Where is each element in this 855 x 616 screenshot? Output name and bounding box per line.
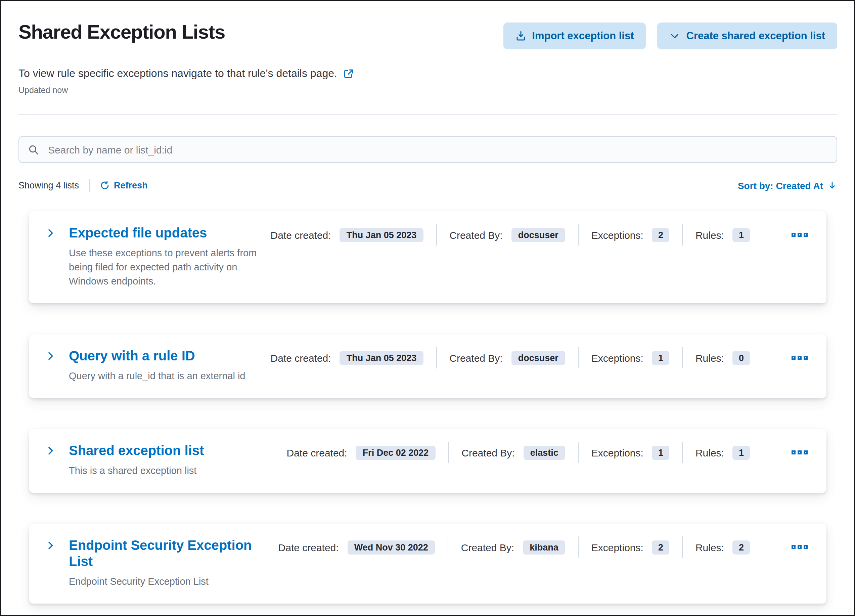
expand-card-button[interactable] [43,348,58,364]
chevron-right-icon [45,351,55,361]
card-menu-button[interactable] [789,542,811,552]
card-menu-button[interactable] [789,353,811,362]
boxes-horizontal-icon [804,233,808,237]
date-created-label: Date created: [271,352,331,363]
meta-divider [682,347,683,368]
meta-divider [763,347,763,368]
card-text: Expected file updates Use these exceptio… [69,225,271,288]
date-created-badge: Fri Dec 02 2022 [356,445,435,460]
boxes-horizontal-icon [798,233,801,237]
boxes-horizontal-icon [792,356,795,360]
expand-card-button[interactable] [43,225,58,241]
meta-divider [682,442,683,463]
exception-list-name-link[interactable]: Expected file updates [69,225,207,241]
create-shared-exception-list-button[interactable]: Create shared exception list [657,23,838,49]
meta-divider [447,536,448,558]
rules-label: Rules: [696,447,724,458]
boxes-horizontal-icon [804,356,808,360]
chevron-right-icon [45,541,55,550]
card-body: Expected file updates Use these exceptio… [69,225,811,288]
created-by-badge: docsuser [512,351,565,365]
date-created-label: Date created: [278,541,339,553]
boxes-horizontal-icon [798,356,801,360]
created-by-label: Created By: [449,352,503,363]
meta-divider [436,347,437,368]
rules-count-badge: 0 [733,351,750,365]
shared-exception-lists-page: Shared Exception Lists Import exception … [1,1,855,615]
refresh-button[interactable]: Refresh [100,180,148,190]
boxes-horizontal-icon [798,451,801,454]
chevron-right-icon [45,446,55,456]
meta-divider [763,536,763,558]
card-body: Shared exception list This is a shared e… [69,442,811,478]
meta-divider [578,536,579,558]
header-actions: Import exception list Create shared exce… [503,23,837,49]
rules-count-badge: 1 [733,228,750,242]
date-created-badge: Wed Nov 30 2022 [348,540,435,554]
exception-list-card: Expected file updates Use these exceptio… [29,211,826,303]
exceptions-count-badge: 1 [652,445,669,460]
last-updated-text: Updated now [18,86,837,95]
exception-list-name-link[interactable]: Shared exception list [69,442,204,458]
search-input[interactable] [47,143,828,156]
header-divider [18,114,837,115]
boxes-horizontal-icon [804,451,808,454]
card-body: Endpoint Security Exception List Endpoin… [69,537,811,589]
exception-list-description: This is a shared exception list [69,464,279,478]
refresh-icon [100,180,110,190]
exception-list: Expected file updates Use these exceptio… [18,211,837,604]
rules-label: Rules: [696,229,724,241]
page-header: Shared Exception Lists Import exception … [18,21,837,49]
subtitle-text: To view rule specific exceptions navigat… [18,67,337,80]
card-text: Query with a rule ID Query with a rule_i… [69,348,271,383]
showing-count: Showing 4 lists [18,180,79,190]
exceptions-label: Exceptions: [591,229,644,241]
meta-divider [436,224,437,245]
boxes-horizontal-icon [792,233,795,237]
expand-card-button[interactable] [43,443,58,458]
import-button-label: Import exception list [532,30,634,42]
create-button-label: Create shared exception list [686,30,826,42]
exception-list-name-link[interactable]: Query with a rule ID [69,348,195,364]
exception-list-name-link[interactable]: Endpoint Security Exception List [69,537,270,569]
toolbar-divider [89,179,90,192]
exception-list-description: Use these exceptions to prevent alerts f… [69,246,263,288]
app-window: Shared Exception Lists Import exception … [0,0,855,616]
exceptions-count-badge: 1 [652,351,669,365]
exception-list-card: Shared exception list This is a shared e… [29,429,826,493]
date-created-label: Date created: [271,229,331,241]
chevron-down-icon [670,31,680,41]
exception-list-card: Query with a rule ID Query with a rule_i… [29,334,826,398]
boxes-horizontal-icon [804,545,808,549]
meta-divider [763,224,763,245]
list-toolbar: Showing 4 lists Refresh Sort by: Created… [18,179,837,192]
external-link-icon[interactable] [343,68,355,79]
date-created-badge: Thu Jan 05 2023 [340,351,423,365]
rules-count-badge: 1 [733,445,750,460]
search-bar [18,136,837,163]
meta-divider [682,536,683,558]
created-by-badge: docsuser [512,228,565,242]
sort-label: Sort by: Created At [738,180,823,191]
exceptions-label: Exceptions: [591,352,644,363]
import-exception-list-button[interactable]: Import exception list [503,23,646,49]
card-menu-button[interactable] [789,448,811,457]
meta-divider [578,347,579,368]
meta-divider [682,224,683,245]
exceptions-label: Exceptions: [591,541,644,553]
created-by-badge: kibana [523,540,565,554]
created-by-label: Created By: [449,229,503,241]
exception-list-description: Endpoint Security Exception List [69,575,270,589]
refresh-label: Refresh [114,180,148,190]
card-meta: Date created: Thu Jan 05 2023 Created By… [271,225,811,245]
exceptions-count-badge: 2 [652,540,669,554]
sort-by-button[interactable]: Sort by: Created At [738,180,837,191]
exceptions-label: Exceptions: [591,447,644,458]
expand-card-button[interactable] [43,538,58,553]
search-icon [28,144,39,155]
page-title: Shared Exception Lists [18,21,225,43]
date-created-label: Date created: [287,447,347,458]
card-menu-button[interactable] [789,230,811,239]
card-meta: Date created: Fri Dec 02 2022 Created By… [287,442,811,463]
exception-list-description: Query with a rule_id that is an external… [69,369,263,383]
